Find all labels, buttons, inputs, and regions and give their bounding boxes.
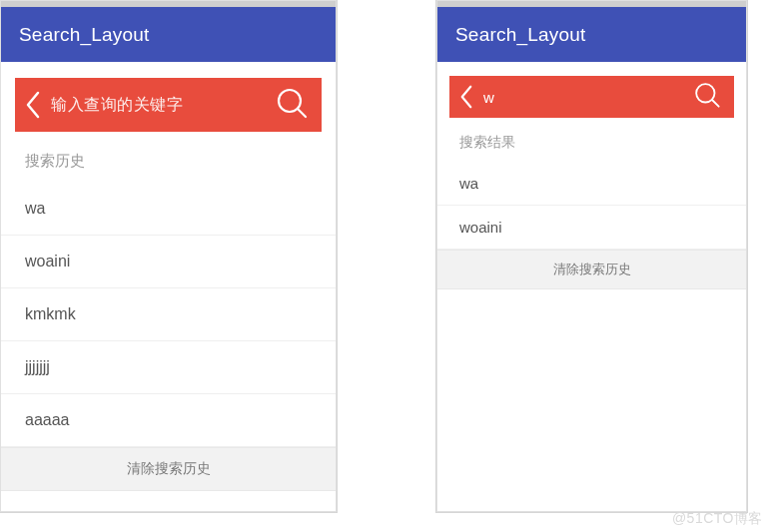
list-item[interactable]: wa <box>437 162 746 206</box>
list-item[interactable]: jjjjjjj <box>1 341 336 394</box>
search-bar <box>449 76 734 118</box>
search-icon[interactable] <box>274 85 310 125</box>
search-input[interactable] <box>483 89 682 106</box>
app-bar-title: Search_Layout <box>455 24 585 46</box>
svg-line-1 <box>298 109 306 117</box>
watermark: @51CTO博客 <box>672 510 763 528</box>
back-icon[interactable] <box>459 85 473 109</box>
clear-history-button[interactable]: 清除搜索历史 <box>437 250 746 289</box>
app-bar-title: Search_Layout <box>19 24 149 46</box>
list-item[interactable]: aaaaa <box>1 394 336 447</box>
back-icon[interactable] <box>25 91 41 119</box>
section-label: 搜索历史 <box>1 142 336 183</box>
content-area: 搜索历史 wa woaini kmkmk jjjjjjj aaaaa 清除搜索历… <box>1 62 336 511</box>
search-icon[interactable] <box>692 80 722 114</box>
section-label: 搜索结果 <box>437 126 746 162</box>
history-list: wa woaini kmkmk jjjjjjj aaaaa <box>1 183 336 447</box>
search-input[interactable] <box>51 96 264 114</box>
search-bar <box>15 78 322 132</box>
app-bar: Search_Layout <box>437 7 746 62</box>
svg-line-3 <box>712 100 719 107</box>
list-item[interactable]: woaini <box>1 236 336 288</box>
phone-left: Search_Layout 搜索历史 wa woaini kmkmk <box>0 0 337 512</box>
app-bar: Search_Layout <box>1 7 336 62</box>
clear-history-button[interactable]: 清除搜索历史 <box>1 447 336 491</box>
list-item[interactable]: wa <box>1 183 336 236</box>
list-item[interactable]: woaini <box>437 206 746 250</box>
list-item[interactable]: kmkmk <box>1 288 336 341</box>
content-area: 搜索结果 wa woaini 清除搜索历史 <box>437 62 746 511</box>
phone-right: Search_Layout 搜索结果 wa woaini 清除搜索历史 <box>436 0 747 512</box>
results-list: wa woaini <box>437 162 746 250</box>
